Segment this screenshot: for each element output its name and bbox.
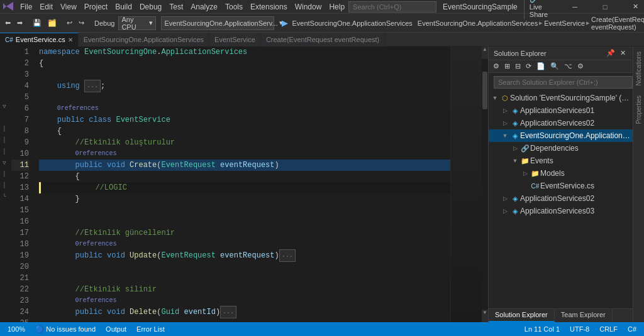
scroll-up[interactable]: ▲ (482, 46, 488, 59)
as01-label: ApplicationServices01 (520, 106, 630, 115)
breadcrumb-method[interactable]: Create(EventRequest eventRequest) (591, 16, 644, 31)
output-tab[interactable]: Output (103, 325, 129, 333)
dep-arrow: ▷ (510, 145, 520, 151)
se-item-appservices02[interactable]: ▷ ◈ ApplicationServices02 (489, 117, 633, 129)
fold-11[interactable]: ▽ (0, 160, 9, 171)
events-icon: 📁 (520, 157, 530, 165)
as02-label: ApplicationServices02 (520, 119, 630, 127)
se-toolbar-filter[interactable]: 🔍 (548, 62, 561, 71)
esas-arrow: ▼ (500, 133, 510, 139)
se-toolbar-expand[interactable]: ⊞ (502, 62, 512, 71)
events-arrow: ▼ (510, 158, 520, 164)
fold-7[interactable]: ▽ (0, 103, 9, 114)
se-item-eventservice-cs[interactable]: C# EventService.cs (489, 180, 633, 192)
encoding[interactable]: UTF-8 (567, 325, 592, 333)
menu-file[interactable]: File (16, 1, 36, 13)
solution-arrow: ▼ (490, 95, 500, 101)
se-toolbar-show-files[interactable]: 📄 (535, 62, 547, 71)
se-search-input[interactable] (494, 76, 633, 89)
restore-button[interactable]: □ (591, 0, 619, 14)
properties-label[interactable]: Properties (635, 93, 642, 127)
se-header: Solution Explorer 📌 ✕ (489, 46, 633, 60)
menu-project[interactable]: Project (80, 1, 111, 13)
se-item-dependencies[interactable]: ▷ 🔗 Dependencies (489, 142, 633, 154)
tab-team-explorer[interactable]: Team Explorer (555, 309, 613, 322)
se-item-appservices03[interactable]: ▷ ◈ ApplicationServices03 (489, 205, 633, 217)
se-item-eventsourcing-appservices[interactable]: ▼ ◈ EventSourcingOne.ApplicationServices (489, 129, 633, 142)
se-toolbar-new-solution[interactable]: ⚙ (491, 62, 501, 71)
error-list-tab[interactable]: Error List (134, 325, 167, 333)
se-tree: ▼ ⬡ Solution 'EventSourcingSample' (3 of… (489, 92, 633, 308)
no-issues[interactable]: 🔵 No issues found (33, 325, 98, 333)
tab-label-1: EventSourcingOne.ApplicationServices (84, 36, 204, 43)
tab-eventservice[interactable]: EventService (209, 33, 261, 46)
menu-edit[interactable]: Edit (36, 1, 57, 13)
minimize-button[interactable]: ─ (560, 0, 589, 14)
se-bottom-tabs: Solution Explorer Team Explorer (489, 308, 633, 322)
breadcrumb-class[interactable]: EventService (544, 19, 585, 27)
as02b-icon: ◈ (510, 195, 520, 203)
menu-build[interactable]: Build (111, 1, 136, 13)
se-item-appservices01[interactable]: ▷ ◈ ApplicationServices01 (489, 104, 633, 117)
menu-window[interactable]: Window (291, 1, 326, 13)
se-solution-root[interactable]: ▼ ⬡ Solution 'EventSourcingSample' (3 of… (489, 92, 633, 104)
menu-help[interactable]: Help (325, 1, 348, 13)
toolbar-save-all[interactable]: 🗂️ (45, 16, 59, 30)
menu-tools[interactable]: Tools (221, 1, 247, 13)
se-toolbar-collapse[interactable]: ⊟ (513, 62, 523, 71)
run-button[interactable]: ▶ (279, 17, 291, 29)
language[interactable]: C# (625, 325, 639, 333)
toolbar-undo[interactable]: ↩ (64, 16, 75, 30)
code-line-16 (39, 216, 450, 227)
toolbar-back[interactable]: ⬅ (3, 16, 13, 30)
se-toolbar-refresh[interactable]: ⟳ (524, 62, 533, 71)
collapsed-update[interactable]: ... (279, 249, 296, 262)
scroll-down[interactable]: ▼ (482, 310, 488, 322)
code-line-3 (39, 69, 450, 80)
project-dropdown[interactable]: EventSourcingOne.ApplicationServ...▾ (161, 16, 274, 30)
se-close-btn[interactable]: ✕ (618, 48, 628, 58)
line-numbers: 1 2 3 4 5 6 7 8 9 10 11 12 13 14 15 16 1… (9, 46, 34, 322)
line-ending[interactable]: CRLF (597, 325, 620, 333)
collapsed-delete[interactable]: ... (220, 306, 236, 318)
bc-sep1: ▸ (539, 19, 543, 27)
zoom-level[interactable]: 100% (5, 325, 28, 333)
code-line-19: public void Update(EventRequest eventReq… (39, 250, 450, 261)
code-editor[interactable]: namespace EventSourcingOne.ApplicationSe… (34, 46, 450, 322)
as01-icon: ◈ (510, 107, 520, 115)
se-pin-btn[interactable]: 📌 (604, 48, 617, 58)
se-toolbar-settings[interactable]: ⚙ (575, 62, 586, 71)
menu-debug[interactable]: Debug (136, 1, 165, 13)
notifications-label[interactable]: Notifications (635, 49, 642, 88)
code-line-25 (39, 318, 450, 322)
menu-analyze[interactable]: Analyze (187, 1, 221, 13)
cpu-dropdown[interactable]: Any CPU▾ (118, 16, 156, 30)
tab-eventservice-cs[interactable]: C# EventService.cs ✕ (0, 33, 79, 46)
tab-solution-explorer[interactable]: Solution Explorer (489, 309, 555, 322)
se-item-models[interactable]: ▷ 📁 Models (489, 167, 633, 180)
tab-create-method[interactable]: Create(EventRequest eventRequest) (261, 33, 385, 46)
toolbar-save[interactable]: 💾 (30, 16, 44, 30)
close-button[interactable]: ✕ (621, 0, 644, 14)
menu-test[interactable]: Test (165, 1, 187, 13)
tab-close-0[interactable]: ✕ (68, 36, 73, 43)
toolbar-forward[interactable]: ➡ (14, 16, 25, 30)
menu-bar: File Edit View Project Build Debug Test … (0, 0, 644, 14)
se-toolbar-git[interactable]: ⌥ (562, 62, 574, 71)
vs-logo (3, 1, 14, 13)
menu-extensions[interactable]: Extensions (247, 1, 291, 13)
code-line-4: using ...; (39, 80, 450, 92)
tab-appservices[interactable]: EventSourcingOne.ApplicationServices (79, 33, 209, 46)
se-item-events[interactable]: ▼ 📁 Events (489, 154, 633, 167)
scroll-thumb[interactable] (482, 72, 487, 109)
global-search[interactable] (348, 1, 436, 13)
models-arrow: ▷ (520, 170, 530, 176)
breadcrumb-ns[interactable]: EventSourcingOne.ApplicationServices (418, 19, 538, 27)
se-item-appservices02b[interactable]: ▷ ◈ ApplicationServices02 (489, 192, 633, 205)
status-left: 100% 🔵 No issues found Output Error List (5, 325, 167, 333)
code-line-12: { (39, 171, 450, 182)
collapsed-using[interactable]: ... (84, 80, 101, 92)
toolbar-redo[interactable]: ↪ (76, 16, 87, 30)
menu-view[interactable]: View (57, 1, 80, 13)
vertical-scrollbar[interactable]: ▲ ▼ (482, 46, 488, 322)
